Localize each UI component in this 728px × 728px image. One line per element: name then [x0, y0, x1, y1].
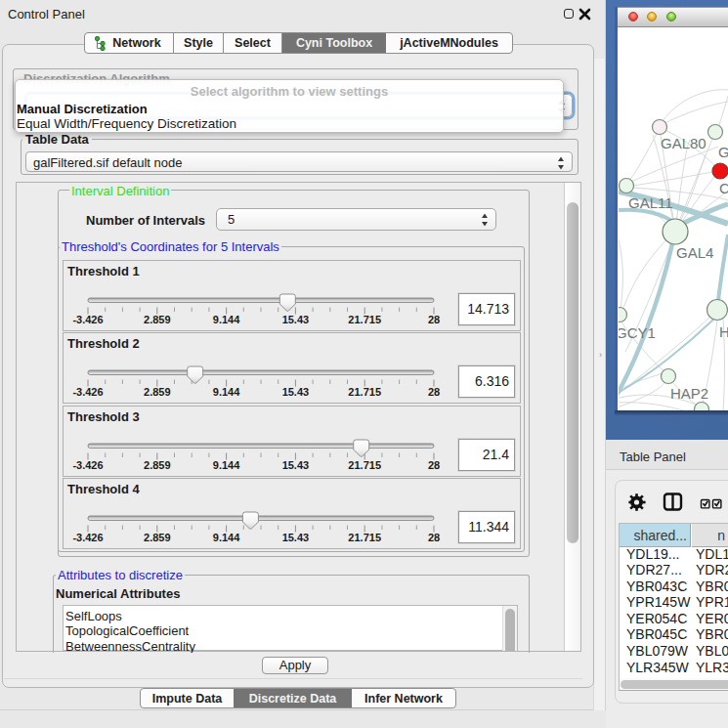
- svg-text:15.43: 15.43: [282, 314, 310, 325]
- svg-text:GAL4: GAL4: [676, 244, 713, 261]
- svg-text:15.43: 15.43: [282, 532, 310, 543]
- svg-text:21.715: 21.715: [348, 314, 381, 325]
- svg-text:28: 28: [428, 532, 440, 543]
- svg-text:15.43: 15.43: [282, 386, 310, 398]
- svg-text:9.144: 9.144: [213, 386, 240, 398]
- svg-text:HAP2: HAP2: [670, 385, 708, 402]
- svg-text:H: H: [719, 323, 728, 340]
- svg-text:GCY1: GCY1: [619, 324, 656, 341]
- svg-text:2.859: 2.859: [144, 314, 171, 325]
- svg-text:G.: G.: [718, 144, 728, 160]
- svg-text:28: 28: [428, 386, 440, 398]
- svg-text:9.144: 9.144: [213, 314, 240, 325]
- svg-text:21.715: 21.715: [348, 459, 381, 471]
- svg-text:-3.426: -3.426: [72, 459, 103, 471]
- svg-text:28: 28: [428, 459, 440, 471]
- svg-text:9.144: 9.144: [213, 459, 240, 471]
- svg-text:-3.426: -3.426: [72, 386, 103, 398]
- svg-text:9.144: 9.144: [213, 532, 240, 543]
- svg-text:2.859: 2.859: [144, 459, 171, 471]
- svg-text:GAL80: GAL80: [661, 135, 707, 151]
- svg-text:-3.426: -3.426: [72, 314, 103, 325]
- svg-text:21.715: 21.715: [348, 386, 381, 398]
- svg-text:2.859: 2.859: [144, 386, 171, 398]
- svg-text:21.715: 21.715: [348, 532, 381, 543]
- svg-text:GAL11: GAL11: [628, 194, 673, 211]
- svg-text:-3.426: -3.426: [72, 532, 103, 543]
- svg-text:C: C: [719, 180, 728, 196]
- svg-text:2.859: 2.859: [144, 532, 171, 543]
- svg-text:15.43: 15.43: [282, 459, 310, 471]
- svg-text:28: 28: [428, 314, 440, 325]
